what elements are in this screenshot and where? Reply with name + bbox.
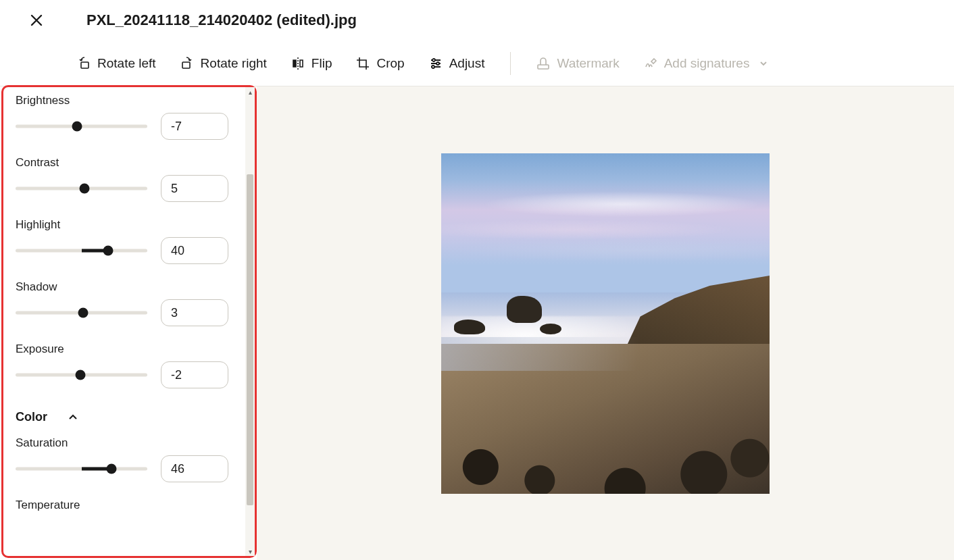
filename-title: PXL_20241118_214020402 (edited).jpg (86, 11, 357, 29)
rotate-left-icon (77, 57, 91, 70)
scroll-up-arrow[interactable]: ▴ (245, 87, 255, 97)
brightness-value-input[interactable] (161, 113, 228, 140)
content-area: Brightness Contrast Highligh (0, 86, 954, 560)
exposure-value-input[interactable] (161, 361, 228, 388)
shadow-control: Shadow (16, 280, 245, 326)
adjust-panel: Brightness Contrast Highligh (1, 85, 257, 558)
scroll-down-arrow[interactable]: ▾ (245, 546, 255, 556)
adjust-button[interactable]: Adjust (426, 52, 488, 75)
crop-button[interactable]: Crop (353, 52, 407, 75)
scroll-thumb[interactable] (247, 174, 253, 505)
exposure-slider[interactable] (16, 368, 147, 382)
temperature-label: Temperature (16, 499, 245, 512)
highlight-control: Highlight (16, 218, 245, 264)
top-bar: PXL_20241118_214020402 (edited).jpg (0, 0, 954, 41)
svg-point-4 (432, 66, 434, 68)
color-section-title: Color (16, 410, 47, 424)
saturation-control: Saturation (16, 436, 245, 482)
rotate-right-icon (180, 57, 194, 70)
color-section-toggle[interactable]: Color (16, 410, 245, 424)
brightness-control: Brightness (16, 94, 245, 140)
saturation-value-input[interactable] (161, 455, 228, 482)
watermark-label: Watermark (557, 56, 619, 71)
scroll-track[interactable] (245, 97, 255, 546)
adjust-panel-scroll: Brightness Contrast Highligh (3, 87, 245, 556)
saturation-slider[interactable] (16, 462, 147, 476)
rotate-left-label: Rotate left (97, 56, 156, 71)
exposure-label: Exposure (16, 342, 245, 356)
add-signatures-label: Add signatures (664, 56, 750, 71)
shadow-value-input[interactable] (161, 299, 228, 326)
crop-label: Crop (376, 56, 404, 71)
highlight-slider[interactable] (16, 244, 147, 257)
svg-point-2 (432, 59, 435, 61)
contrast-slider[interactable] (16, 182, 147, 195)
toolbar-divider (510, 52, 511, 75)
adjust-label: Adjust (449, 56, 485, 71)
svg-rect-1 (182, 62, 190, 68)
contrast-value-input[interactable] (161, 175, 228, 202)
watermark-button[interactable]: Watermark (534, 52, 622, 75)
brightness-slider[interactable] (16, 120, 147, 133)
flip-icon (291, 57, 305, 70)
svg-rect-0 (81, 62, 89, 68)
highlight-label: Highlight (16, 218, 245, 232)
highlight-value-input[interactable] (161, 237, 228, 264)
signature-icon (644, 57, 657, 70)
chevron-up-icon (68, 412, 78, 423)
chevron-down-icon (759, 59, 768, 68)
rotate-right-button[interactable]: Rotate right (178, 52, 270, 75)
add-signatures-button[interactable]: Add signatures (641, 52, 772, 75)
rotate-right-label: Rotate right (201, 56, 267, 71)
saturation-label: Saturation (16, 436, 245, 450)
brightness-label: Brightness (16, 94, 245, 107)
toolbar: Rotate left Rotate right Flip Crop Adjus… (0, 41, 954, 86)
flip-button[interactable]: Flip (288, 52, 335, 75)
temperature-control: Temperature (16, 499, 245, 512)
rotate-left-button[interactable]: Rotate left (74, 52, 159, 75)
preview-canvas-area (257, 86, 954, 560)
svg-point-3 (436, 62, 439, 65)
exposure-control: Exposure (16, 342, 245, 388)
crop-icon (356, 57, 370, 70)
flip-label: Flip (311, 56, 332, 71)
shadow-label: Shadow (16, 280, 245, 294)
shadow-slider[interactable] (16, 306, 147, 320)
contrast-control: Contrast (16, 156, 245, 202)
adjust-icon (429, 57, 443, 70)
adjust-scrollbar[interactable]: ▴ ▾ (245, 87, 255, 556)
svg-rect-5 (538, 65, 549, 69)
close-button[interactable] (27, 11, 46, 30)
close-icon (30, 14, 43, 27)
image-preview (441, 153, 770, 494)
contrast-label: Contrast (16, 156, 245, 170)
watermark-icon (536, 57, 550, 70)
